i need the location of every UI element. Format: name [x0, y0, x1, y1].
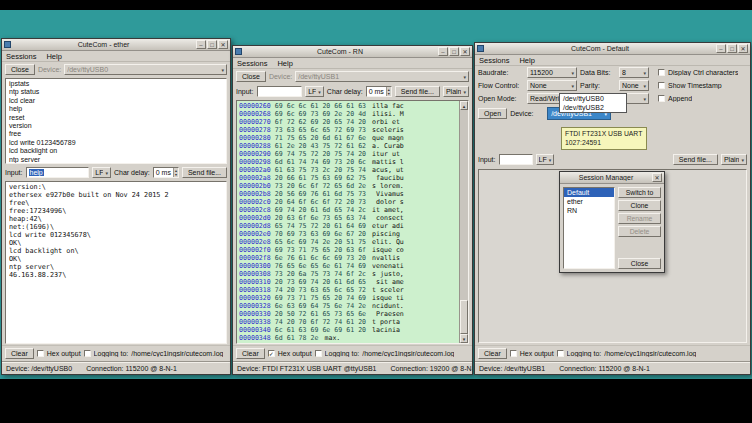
char-delay-spinbox[interactable]: 0 ms ▴▾ — [366, 86, 392, 97]
display-mode-combo[interactable]: Plain ▾ — [721, 154, 747, 165]
clear-button[interactable]: Clear — [478, 348, 507, 359]
menu-help[interactable]: Help — [519, 56, 534, 65]
spinner-arrows-icon[interactable]: ▴▾ — [173, 168, 178, 177]
display-ctrl-checkbox[interactable] — [658, 69, 665, 76]
session-list[interactable]: DefaultetherRN — [563, 187, 615, 269]
dialog-button[interactable]: Delete — [618, 226, 661, 237]
session-item[interactable]: Default — [564, 188, 614, 197]
input-field[interactable] — [499, 154, 533, 165]
data-bits-combo[interactable]: 8 ▾ — [619, 67, 649, 78]
device-dropdown-list[interactable]: /dev/ttyUSB0/dev/ttyUSB2 — [559, 93, 627, 113]
scroll-down-icon[interactable]: ▾ — [460, 334, 468, 343]
parity-combo[interactable]: None ▾ — [619, 80, 649, 91]
settings-close-button[interactable]: Close — [236, 71, 266, 82]
titlebar[interactable]: CuteCom - Default – □ ✕ — [475, 43, 750, 55]
hex-bytes: 69 6c 6c 61 20 66 61 63 — [275, 102, 366, 110]
baudrate-combo[interactable]: 115200 ▾ — [527, 67, 577, 78]
display-mode-combo[interactable]: Plain ▾ — [443, 86, 469, 97]
device-option[interactable]: /dev/ttyUSB2 — [560, 103, 626, 112]
input-field[interactable]: help — [26, 167, 90, 178]
device-combo[interactable]: /dev/ttyUSB1 ▾ — [295, 71, 469, 82]
device-combo[interactable]: /dev/ttyUSB0 ▾ — [64, 64, 227, 75]
history-item[interactable]: reset — [9, 114, 223, 122]
maximize-button[interactable]: □ — [207, 40, 217, 49]
close-window-button[interactable]: ✕ — [738, 44, 748, 53]
hex-output-checkbox[interactable] — [37, 350, 44, 357]
dialog-close-button[interactable]: ✕ — [652, 173, 662, 182]
line-end-combo[interactable]: LF ▾ — [305, 86, 324, 97]
close-window-button[interactable]: ✕ — [218, 40, 228, 49]
history-item[interactable]: lcd clear — [9, 97, 223, 105]
device-option[interactable]: /dev/ttyUSB0 — [560, 94, 626, 103]
history-item[interactable]: lcd backlight on — [9, 147, 223, 155]
spinner-arrows-icon[interactable]: ▴▾ — [386, 87, 391, 96]
minimize-button[interactable]: – — [716, 44, 726, 53]
titlebar[interactable]: CuteCom - ether – □ ✕ — [2, 39, 230, 51]
hex-dump-line: 0000033874 20 70 6f 72 74 61 20t porta — [239, 318, 457, 326]
menu-help[interactable]: Help — [46, 52, 61, 61]
command-history-list[interactable]: ipstatsntp statuslcd clearhelpresetversi… — [5, 78, 227, 164]
hex-dump-line: 000003406c 61 63 69 6e 69 61 20lacinia — [239, 326, 457, 334]
minimize-button[interactable]: – — [196, 40, 206, 49]
history-item[interactable]: ntp server — [9, 156, 223, 164]
line-end-combo[interactable]: LF ▾ — [92, 167, 111, 178]
append-checkbox[interactable] — [658, 95, 665, 102]
hex-ascii: consect — [372, 214, 404, 222]
line-end-combo[interactable]: LF ▾ — [536, 154, 555, 165]
history-item[interactable]: lcd write 0123456789 — [9, 139, 223, 147]
minimize-button[interactable]: – — [438, 47, 448, 56]
maximize-button[interactable]: □ — [727, 44, 737, 53]
dialog-button[interactable]: Clone — [618, 200, 661, 211]
send-file-button[interactable]: Send file... — [673, 154, 718, 165]
dialog-button[interactable]: Close — [618, 258, 661, 269]
send-file-button[interactable]: Send file... — [395, 86, 440, 97]
menu-sessions[interactable]: Sessions — [6, 52, 36, 61]
chevron-down-icon: ▾ — [643, 83, 646, 89]
char-delay-spinbox[interactable]: 0 ms ▴▾ — [153, 167, 179, 178]
hex-output-checkbox[interactable] — [268, 350, 275, 357]
logging-checkbox[interactable] — [315, 350, 322, 357]
close-window-button[interactable]: ✕ — [460, 47, 470, 56]
logging-checkbox[interactable] — [557, 350, 564, 357]
history-item[interactable]: free — [9, 130, 223, 138]
input-field[interactable] — [257, 86, 303, 97]
flow-control-combo[interactable]: None ▾ — [527, 80, 577, 91]
menu-help[interactable]: Help — [277, 59, 292, 68]
open-device-button[interactable]: Open — [478, 108, 507, 119]
dialog-button[interactable]: Switch to — [618, 187, 661, 198]
scrollbar-track[interactable] — [460, 110, 468, 334]
menu-sessions[interactable]: Sessions — [237, 59, 267, 68]
titlebar[interactable]: CuteCom - RN – □ ✕ — [233, 46, 472, 58]
show-timestamp-checkbox[interactable] — [658, 82, 665, 89]
history-item[interactable]: version — [9, 122, 223, 130]
device-row: Close Device: /dev/ttyUSB1 ▾ — [233, 69, 472, 84]
dialog-button[interactable]: Rename — [618, 213, 661, 224]
logging-path[interactable]: /home/cyc1ingsir/cutecom.log — [604, 350, 696, 357]
output-area[interactable]: version:\ethersex e927b0e built on Nov 2… — [5, 181, 227, 344]
history-item[interactable]: help — [9, 105, 223, 113]
session-item[interactable]: ether — [564, 197, 614, 206]
hex-output-area[interactable]: 0000026069 6c 6c 61 20 66 61 63illa fac … — [236, 100, 469, 344]
logging-checkbox[interactable] — [84, 350, 91, 357]
history-item[interactable]: ipstats — [9, 80, 223, 88]
logging-path[interactable]: /home/cyc1ingsir/cutecom.log — [362, 350, 454, 357]
session-item[interactable]: RN — [564, 206, 614, 215]
vertical-scrollbar[interactable]: ▴ ▾ — [459, 101, 468, 343]
dialog-titlebar[interactable]: Session Manager ✕ — [560, 172, 664, 184]
clear-button[interactable]: Clear — [236, 348, 265, 359]
menu-sessions[interactable]: Sessions — [479, 56, 509, 65]
hex-output-checkbox[interactable] — [510, 350, 517, 357]
logging-path[interactable]: /home/cyc1ingsir/cutecom.log — [131, 350, 223, 357]
hex-ascii: venenati — [372, 262, 404, 270]
hex-ascii: acus, ut — [372, 166, 404, 174]
show-timestamp-label: Show Timestamp — [668, 82, 722, 89]
maximize-button[interactable]: □ — [449, 47, 459, 56]
scrollbar-thumb[interactable] — [460, 300, 468, 334]
scroll-up-icon[interactable]: ▴ — [460, 101, 468, 110]
display-ctrl-label: Display Ctrl characters — [668, 69, 738, 76]
settings-close-button[interactable]: Close — [5, 64, 35, 75]
clear-button[interactable]: Clear — [5, 348, 34, 359]
menubar: Sessions Help — [233, 58, 472, 69]
history-item[interactable]: ntp status — [9, 88, 223, 96]
send-file-button[interactable]: Send file... — [182, 167, 227, 178]
